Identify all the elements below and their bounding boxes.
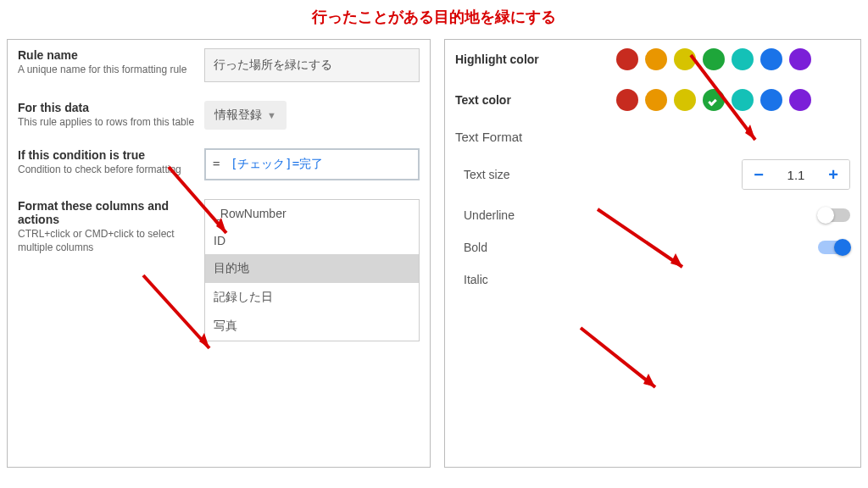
color-swatch[interactable]: [616, 48, 638, 70]
rule-name-input[interactable]: 行った場所を緑にする: [204, 48, 420, 82]
text-size-stepper: − 1.1 +: [742, 159, 850, 190]
underline-toggle[interactable]: [818, 208, 850, 222]
condition-expression-input[interactable]: = [チェック]=完了: [204, 148, 420, 180]
columns-label: Format these columns and actions: [18, 199, 196, 226]
svg-line-8: [581, 328, 655, 387]
color-swatch[interactable]: [789, 89, 811, 111]
column-option[interactable]: ID: [205, 227, 419, 254]
text-color-label: Text color: [455, 93, 616, 107]
color-swatch[interactable]: [760, 89, 782, 111]
color-swatch[interactable]: [703, 89, 725, 111]
condition-label: If this condition is true: [18, 148, 196, 162]
color-swatch[interactable]: [674, 48, 696, 70]
svg-marker-9: [643, 374, 655, 387]
for-data-value: 情報登録: [214, 108, 262, 123]
condition-desc: Condition to check before formatting: [18, 164, 196, 177]
highlight-color-swatches: [616, 48, 811, 70]
rule-name-desc: A unique name for this formatting rule: [18, 64, 196, 77]
for-data-label: For this data: [18, 101, 196, 114]
columns-listbox[interactable]: _RowNumberID目的地記録した日写真: [204, 199, 420, 341]
underline-label: Underline: [455, 208, 616, 222]
color-swatch[interactable]: [732, 89, 754, 111]
highlight-color-label: Highlight color: [455, 53, 616, 66]
color-swatch[interactable]: [789, 48, 811, 70]
format-panel: Highlight color Text color Text Format T…: [444, 39, 861, 468]
color-swatch[interactable]: [645, 89, 667, 111]
bold-toggle[interactable]: [818, 241, 850, 254]
column-option[interactable]: 記録した日: [205, 283, 419, 312]
page-title: 行ったことがある目的地を緑にする: [0, 0, 868, 39]
color-swatch[interactable]: [703, 48, 725, 70]
condition-expression-text: [チェック]=完了: [231, 157, 323, 170]
italic-label: Italic: [455, 273, 616, 286]
text-color-swatches: [616, 89, 811, 111]
column-option[interactable]: 目的地: [205, 254, 419, 283]
color-swatch[interactable]: [674, 89, 696, 111]
color-swatch[interactable]: [645, 48, 667, 70]
color-swatch[interactable]: [616, 89, 638, 111]
equals-icon: =: [213, 157, 220, 170]
svg-marker-7: [670, 253, 682, 267]
text-format-header: Text Format: [455, 130, 850, 144]
column-option[interactable]: 写真: [205, 312, 419, 341]
columns-desc: CTRL+click or CMD+click to select multip…: [18, 228, 196, 254]
color-swatch[interactable]: [760, 48, 782, 70]
for-data-dropdown[interactable]: 情報登録 ▼: [204, 101, 287, 130]
text-size-value: 1.1: [775, 168, 817, 182]
text-size-label: Text size: [455, 168, 616, 181]
for-data-desc: This rule applies to rows from this tabl…: [18, 116, 196, 130]
text-size-minus-button[interactable]: −: [743, 160, 775, 189]
text-size-plus-button[interactable]: +: [817, 160, 849, 189]
rule-form-panel: Rule name A unique name for this formatt…: [7, 39, 431, 468]
color-swatch[interactable]: [732, 48, 754, 70]
chevron-down-icon: ▼: [267, 110, 276, 120]
column-option[interactable]: _RowNumber: [205, 200, 419, 227]
bold-label: Bold: [455, 241, 616, 254]
rule-name-label: Rule name: [18, 48, 196, 62]
